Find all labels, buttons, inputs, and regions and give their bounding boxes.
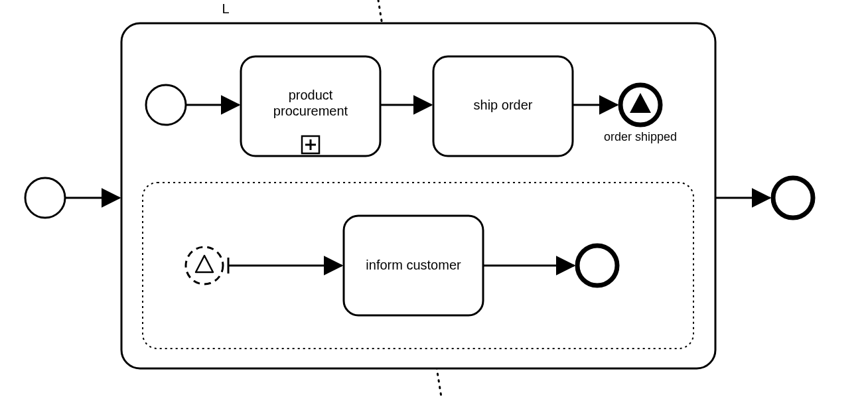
task-ship-order-label: ship order: [474, 98, 533, 112]
task-ship-order[interactable]: ship order: [433, 56, 573, 156]
subprocess-container[interactable]: [121, 23, 715, 368]
task-inform-customer[interactable]: inform customer: [344, 216, 483, 315]
task-product-procurement-label-2: procurement: [273, 104, 348, 118]
bpmn-diagram: L product procurement ship order order s…: [0, 0, 868, 397]
svg-point-6: [186, 247, 223, 284]
signal-end-event-label: order shipped: [604, 130, 677, 143]
stray-letter: L: [222, 1, 229, 16]
start-event-inner[interactable]: [146, 85, 186, 125]
task-product-procurement-label-1: product: [289, 88, 333, 102]
end-event-outer[interactable]: [773, 178, 813, 218]
signal-start-event[interactable]: [186, 247, 223, 284]
collapsed-subprocess-marker-icon: [302, 136, 319, 153]
task-inform-customer-label: inform customer: [366, 258, 461, 272]
start-event-outer[interactable]: [25, 178, 65, 218]
signal-end-event[interactable]: [620, 85, 660, 125]
task-product-procurement[interactable]: product procurement: [241, 56, 380, 156]
end-event-inner[interactable]: [577, 246, 617, 285]
